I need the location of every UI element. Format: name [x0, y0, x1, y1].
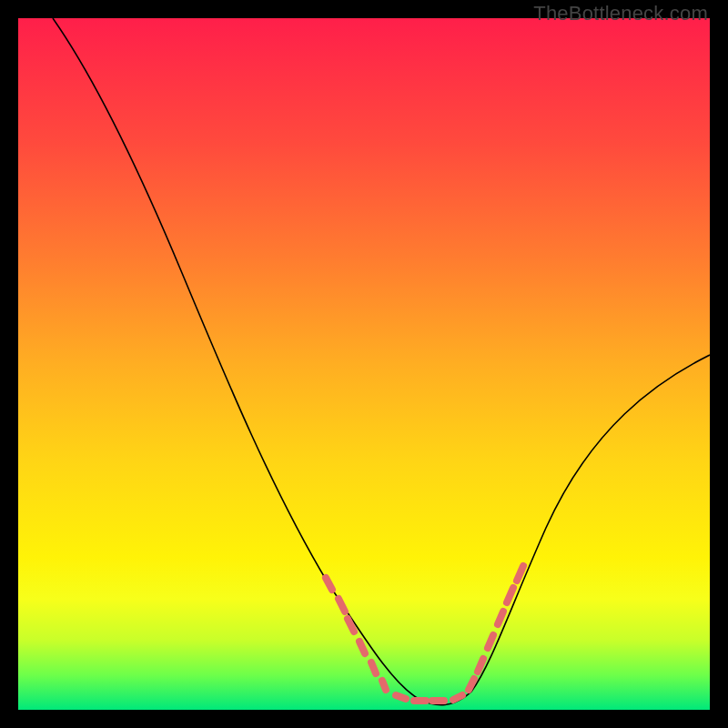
svg-line-3: [359, 642, 365, 653]
svg-line-15: [517, 566, 523, 581]
curve-svg: [18, 18, 710, 710]
svg-line-4: [371, 662, 376, 673]
svg-line-1: [339, 599, 345, 612]
svg-line-0: [326, 578, 332, 590]
chart-frame: TheBottleneck.com: [0, 0, 728, 728]
svg-line-14: [507, 588, 513, 602]
svg-line-9: [453, 695, 462, 700]
bottleneck-curve: [53, 18, 710, 705]
svg-line-12: [488, 635, 493, 648]
svg-line-5: [382, 681, 386, 690]
marker-cluster: [326, 566, 523, 701]
svg-line-6: [396, 695, 406, 699]
svg-line-11: [478, 659, 483, 672]
svg-line-13: [498, 612, 503, 624]
plot-area: [18, 18, 710, 710]
svg-line-10: [469, 679, 474, 690]
